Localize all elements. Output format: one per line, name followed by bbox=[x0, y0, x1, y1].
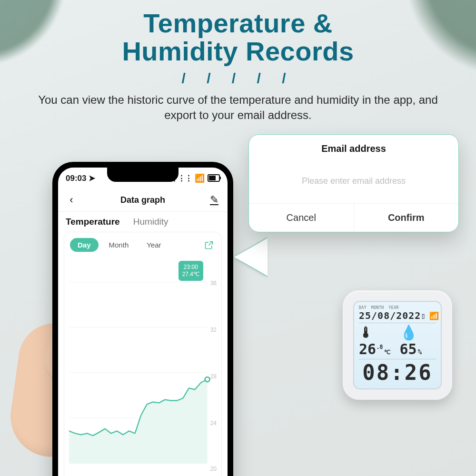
export-share-icon bbox=[204, 240, 214, 250]
marketing-headline: Temperature & Humidity Records / / / / /… bbox=[0, 10, 476, 123]
chart-endpoint bbox=[205, 377, 210, 382]
headline-line2: Humidity Records bbox=[0, 38, 476, 66]
lcd-label-day: DAY bbox=[359, 306, 367, 310]
device-date: 25/08/2022 bbox=[359, 310, 421, 321]
ytick: 36 bbox=[210, 280, 217, 287]
ytick: 32 bbox=[210, 327, 217, 333]
popover-title: Email address bbox=[249, 135, 458, 159]
device-lcd: DAY MONTH YEAR 25/08/2022 ▯ 📶 🌡 26.8℃ 💧 … bbox=[353, 301, 442, 389]
humidity-unit: % bbox=[418, 348, 422, 356]
ytick: 28 bbox=[210, 373, 217, 380]
edit-button[interactable]: ✎ bbox=[208, 194, 221, 206]
export-button[interactable] bbox=[202, 238, 216, 252]
battery-icon: ▯ bbox=[421, 311, 426, 320]
email-export-popover: Email address Please enter email address… bbox=[248, 134, 459, 232]
wifi-icon: 📶 bbox=[195, 173, 205, 183]
ytick: 24 bbox=[210, 420, 217, 426]
headline-line1: Temperature & bbox=[0, 10, 476, 38]
chart-card: Day Month Year 23:00 27.4℃ bbox=[64, 232, 222, 476]
lcd-label-year: YEAR bbox=[389, 306, 399, 310]
device-humidity: 65 bbox=[400, 341, 417, 357]
phone-notch bbox=[107, 168, 178, 182]
tab-humidity[interactable]: Humidity bbox=[133, 217, 169, 227]
ytick: 20 bbox=[210, 466, 217, 472]
range-month[interactable]: Month bbox=[101, 238, 137, 252]
phone-screen: 09:03 ➤ ⋮⋮⋮ 📶 ‹ Data graph ✎ Temperature… bbox=[58, 168, 228, 476]
humidity-drop-icon: 💧 bbox=[400, 324, 417, 341]
app-bar: ‹ Data graph ✎ bbox=[58, 188, 228, 212]
device-temperature: 26 bbox=[359, 341, 376, 357]
time-range-segmented: Day Month Year bbox=[70, 238, 169, 252]
device-time: 08:26 bbox=[359, 360, 436, 385]
back-button[interactable]: ‹ bbox=[65, 194, 78, 206]
sensor-device: DAY MONTH YEAR 25/08/2022 ▯ 📶 🌡 26.8℃ 💧 … bbox=[343, 290, 452, 400]
headline-subtitle: You can view the historic curve of the t… bbox=[38, 92, 438, 123]
email-input[interactable]: Please enter email address bbox=[302, 176, 406, 186]
cancel-button[interactable]: Cancel bbox=[249, 204, 354, 232]
temperature-unit: ℃ bbox=[384, 349, 390, 356]
temperature-chart: 23:00 27.4℃ 36 bbox=[69, 261, 217, 476]
thermometer-icon: 🌡 bbox=[359, 324, 373, 341]
wifi-icon: 📶 bbox=[429, 311, 439, 320]
confirm-button[interactable]: Confirm bbox=[354, 204, 459, 232]
battery-icon bbox=[209, 176, 216, 180]
lcd-label-month: MONTH bbox=[371, 306, 384, 310]
status-time: 09:03 bbox=[66, 174, 86, 183]
device-temperature-decimal: .8 bbox=[376, 344, 383, 350]
phone-mockup: 09:03 ➤ ⋮⋮⋮ 📶 ‹ Data graph ✎ Temperature… bbox=[52, 162, 233, 476]
range-day[interactable]: Day bbox=[70, 238, 99, 252]
metric-tabs: Temperature Humidity bbox=[58, 212, 228, 230]
headline-divider: / / / / / bbox=[0, 70, 476, 87]
range-year[interactable]: Year bbox=[139, 238, 169, 252]
popover-pointer bbox=[234, 238, 268, 276]
tab-temperature[interactable]: Temperature bbox=[66, 217, 120, 227]
location-icon: ➤ bbox=[89, 173, 95, 183]
page-title: Data graph bbox=[120, 195, 165, 205]
